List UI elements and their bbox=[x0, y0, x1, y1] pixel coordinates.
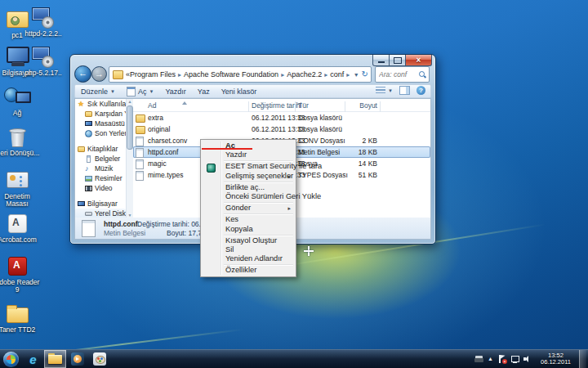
sidebar-item[interactable]: Karşıdan Yüklemeler bbox=[75, 109, 126, 119]
breadcrumb-segment[interactable]: ​conf▸ bbox=[330, 70, 352, 79]
menu-item-icon bbox=[207, 237, 214, 245]
context-menu-item[interactable]: Yazdır ▸ bbox=[202, 150, 295, 159]
desktop-icon[interactable]: Taner TTD2 bbox=[0, 301, 41, 334]
context-menu-item[interactable]: Önceki Sürümleri Geri Yükle ▸ bbox=[202, 192, 295, 201]
column-divider[interactable] bbox=[295, 101, 296, 112]
context-menu-item[interactable]: ESET Smart Security ile tara ▸ bbox=[202, 162, 295, 171]
network-icon[interactable] bbox=[510, 355, 519, 363]
preview-pane-icon[interactable] bbox=[399, 86, 410, 95]
file-name-cell: extra bbox=[148, 112, 163, 123]
desktop-icon[interactable]: Adobe Reader 9 bbox=[0, 254, 41, 294]
file-row[interactable]: original 06.12.2011 13:33 Dosya klasörü bbox=[133, 123, 430, 135]
context-menu-item[interactable]: Birlikte aç... ▸ bbox=[202, 183, 295, 192]
column-divider[interactable] bbox=[380, 101, 381, 112]
sidebar-item[interactable]: Resimler bbox=[75, 173, 126, 183]
help-icon[interactable]: ? bbox=[416, 86, 425, 95]
menu-separator bbox=[224, 264, 293, 265]
column-header-type[interactable]: Tür bbox=[298, 101, 309, 110]
sidebar-item[interactable]: Video bbox=[75, 183, 126, 193]
scroll-up-icon[interactable]: ▲ bbox=[128, 99, 132, 104]
breadcrumb-segment[interactable]: ​Apache2.2▸ bbox=[287, 70, 330, 79]
context-menu-item[interactable]: Yeniden Adlandır ▸ bbox=[202, 254, 295, 263]
show-desktop-button[interactable] bbox=[579, 350, 586, 368]
minimize-button[interactable] bbox=[372, 55, 390, 66]
breadcrumb-segment[interactable]: ​Apache Software Foundation▸ bbox=[184, 70, 287, 79]
sort-ascending-icon bbox=[182, 101, 187, 105]
chevron-right-icon: ▸ bbox=[324, 71, 327, 79]
desktop-icon[interactable]: Denetim Masası bbox=[0, 168, 41, 208]
context-menu-item[interactable]: Gelişmiş seçenekler ▸ bbox=[202, 172, 295, 181]
sidebar-item-label: Resimler bbox=[95, 174, 122, 182]
file-row[interactable]: extra 06.12.2011 13:33 Dosya klasörü bbox=[133, 112, 430, 123]
breadcrumb-segment[interactable]: ​Program Files▸ bbox=[130, 70, 184, 79]
context-menu-item[interactable]: Özellikler ▸ bbox=[202, 266, 295, 275]
start-button[interactable] bbox=[0, 350, 22, 368]
tray-device-icon[interactable] bbox=[474, 355, 483, 363]
downloads-icon bbox=[85, 110, 92, 118]
file-name-cell: magic bbox=[148, 158, 167, 169]
taskbar-clock[interactable]: 13:52 06.12.2011 bbox=[537, 352, 575, 366]
chevron-right-icon: ▸ bbox=[281, 71, 284, 79]
column-header-size[interactable]: Boyut bbox=[348, 101, 377, 110]
views-dropdown-icon[interactable]: ▼ bbox=[388, 88, 393, 93]
sidebar-item[interactable]: Belgeler bbox=[75, 154, 126, 164]
taskbar-windows-explorer[interactable] bbox=[44, 350, 66, 368]
column-header-name[interactable]: Ad bbox=[148, 101, 156, 110]
show-hidden-icons[interactable]: ▲ bbox=[488, 355, 493, 363]
search-input[interactable] bbox=[376, 70, 418, 79]
views-icon[interactable] bbox=[376, 87, 385, 94]
desktop-icon-label: httpd-2.2.2.. bbox=[20, 30, 67, 38]
desktop-icon[interactable]: httpd-2.2.2.. bbox=[20, 5, 67, 38]
maximize-button[interactable] bbox=[389, 55, 407, 66]
forward-button[interactable]: → bbox=[91, 66, 107, 82]
desktop-icon[interactable]: php-5.2.17.. bbox=[20, 44, 67, 77]
desktop-icon[interactable]: Ağ bbox=[0, 84, 41, 117]
toolbar-item-label: Yeni klasör bbox=[221, 88, 257, 96]
desk-icon bbox=[85, 120, 92, 128]
volume-icon[interactable] bbox=[523, 355, 532, 363]
taskbar-paint[interactable] bbox=[88, 350, 110, 368]
toolbar-item[interactable]: Düzenle ▼ bbox=[75, 85, 121, 97]
recent-icon bbox=[85, 130, 92, 137]
search-box[interactable] bbox=[375, 66, 430, 83]
sidebar-scrollbar-thumb[interactable] bbox=[127, 105, 133, 150]
sidebar-item[interactable]: Son Yerler bbox=[75, 128, 126, 138]
context-menu-item[interactable]: Sil ▸ bbox=[202, 245, 295, 254]
context-menu-item[interactable]: Kes ▸ bbox=[202, 215, 295, 224]
address-dropdown-icon[interactable]: ▼ bbox=[354, 72, 359, 78]
sidebar-item[interactable]: Masaüstü bbox=[75, 119, 126, 128]
folder-icon bbox=[113, 70, 123, 79]
folder-icon bbox=[3, 301, 31, 325]
taskbar-internet-explorer[interactable]: e bbox=[22, 350, 44, 368]
toolbar-item[interactable]: Aç ▼ bbox=[121, 85, 159, 97]
toolbar-item[interactable]: Yeni klasör ▼ bbox=[216, 85, 263, 97]
desktop-icon[interactable]: Geri Dönüşü... bbox=[0, 124, 41, 157]
sidebar-item[interactable]: Yerel Disk (C:) bbox=[75, 209, 126, 218]
toolbar-item-label: Düzenle bbox=[81, 88, 108, 96]
annotation-underline bbox=[202, 148, 252, 150]
column-divider[interactable] bbox=[345, 101, 345, 112]
action-center-icon[interactable]: × bbox=[497, 355, 506, 363]
toolbar-item[interactable]: Yaz ▼ bbox=[192, 85, 216, 97]
sidebar-item[interactable]: Müzik bbox=[75, 164, 126, 173]
installer-icon bbox=[29, 44, 57, 69]
address-bar[interactable]: « ​Program Files▸​Apache Software Founda… bbox=[109, 66, 372, 83]
back-button[interactable]: ← bbox=[74, 65, 91, 83]
sidebar-item[interactable]: Bilgisayar bbox=[75, 199, 126, 209]
menu-item-label: ESET Smart Security ile tara bbox=[225, 162, 322, 171]
toolbar-item-label: Yaz bbox=[198, 88, 210, 96]
context-menu-item[interactable]: Kopyala ▸ bbox=[202, 225, 295, 234]
desktop-icon[interactable]: Acrobat.com bbox=[0, 211, 41, 244]
close-button[interactable]: × bbox=[405, 55, 432, 66]
toolbar-item[interactable]: Yazdır ▼ bbox=[159, 85, 191, 97]
context-menu-item[interactable]: Kısayol Oluştur ▸ bbox=[202, 236, 295, 245]
taskbar-media-player[interactable] bbox=[66, 350, 88, 368]
context-menu-item[interactable]: Gönder ▸ bbox=[202, 204, 295, 213]
file-name-cell: original bbox=[148, 123, 170, 135]
menu-item-icon bbox=[207, 226, 214, 233]
column-divider[interactable] bbox=[248, 101, 249, 112]
sidebar-item[interactable]: Sık Kullanılanlar bbox=[75, 99, 126, 109]
minimize-icon bbox=[378, 61, 385, 63]
sidebar-item[interactable]: Kitaplıklar bbox=[75, 144, 126, 154]
refresh-icon[interactable]: ↻ bbox=[362, 70, 368, 79]
